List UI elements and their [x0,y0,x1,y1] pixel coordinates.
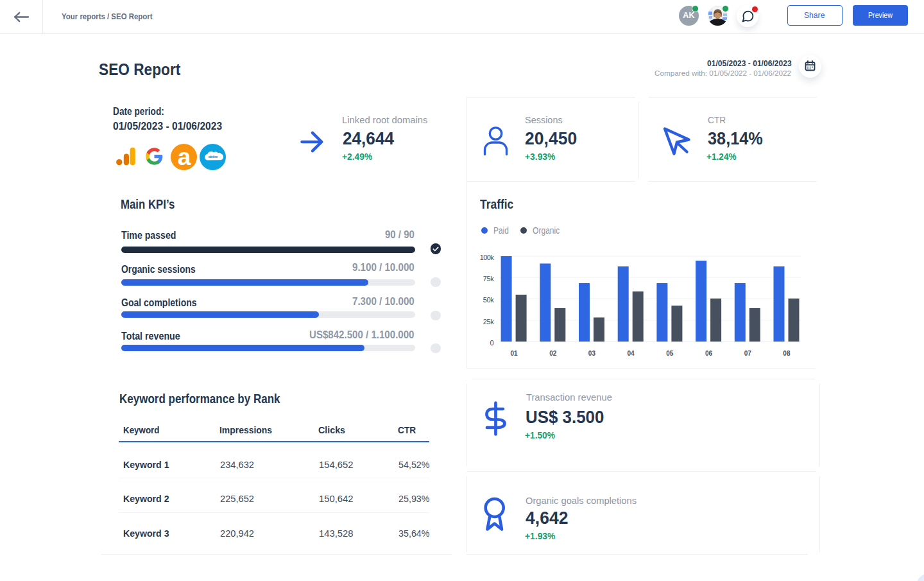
svg-text:06: 06 [705,350,713,357]
svg-text:08: 08 [783,350,791,357]
svg-text:75k: 75k [483,275,495,282]
svg-text:25k: 25k [483,318,495,325]
svg-text:01: 01 [510,350,518,357]
svg-text:04: 04 [628,350,635,357]
svg-text:0: 0 [490,339,494,347]
svg-text:50k: 50k [483,296,495,304]
svg-text:02: 02 [549,350,557,357]
svg-text:a: a [177,144,191,170]
svg-text:07: 07 [744,350,752,357]
svg-text:05: 05 [666,350,674,357]
svg-text:salesforce: salesforce [209,155,218,159]
svg-text:100k: 100k [480,254,495,261]
svg-text:03: 03 [588,350,596,357]
